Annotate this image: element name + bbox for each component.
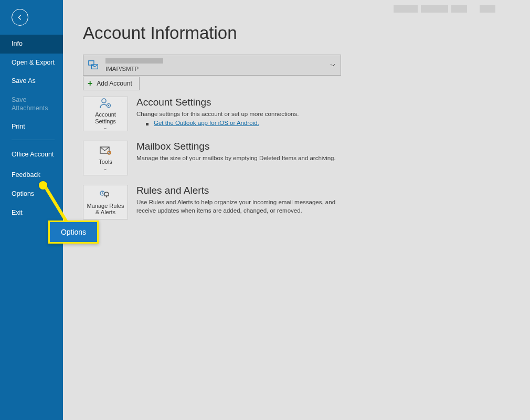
sidebar-item-info[interactable]: Info bbox=[0, 35, 63, 54]
sidebar-item-feedback[interactable]: Feedback bbox=[0, 166, 63, 185]
sidebar-item-options[interactable]: Options bbox=[0, 185, 63, 204]
sidebar-item-print[interactable]: Print bbox=[0, 118, 63, 136]
account-email-redacted bbox=[105, 58, 163, 64]
chevron-down-icon bbox=[330, 60, 335, 70]
section-title: Mailbox Settings bbox=[136, 141, 336, 152]
section-description: Change settings for this account or set … bbox=[136, 110, 299, 119]
tile-label: Manage Rules & Alerts bbox=[83, 203, 128, 215]
sidebar-divider bbox=[12, 140, 55, 140]
svg-point-9 bbox=[106, 196, 108, 198]
plus-icon: + bbox=[88, 79, 92, 88]
section-title: Rules and Alerts bbox=[136, 185, 352, 196]
account-type-label: IMAP/SMTP bbox=[105, 66, 163, 72]
outlook-app-link[interactable]: Get the Outlook app for iOS or Android. bbox=[154, 120, 259, 126]
sidebar-item-save-attachments: Save Attachments bbox=[0, 91, 63, 118]
section-title: Account Settings bbox=[136, 97, 299, 108]
back-button[interactable] bbox=[0, 0, 63, 35]
file-backstage-sidebar: Info Open & Export Save As Save Attachme… bbox=[0, 0, 63, 420]
mailbox-tools-icon bbox=[99, 145, 112, 156]
sidebar-item-exit[interactable]: Exit bbox=[0, 204, 63, 223]
tools-tile[interactable]: Tools ⌄ bbox=[83, 141, 128, 175]
add-account-button[interactable]: + Add Account bbox=[83, 77, 140, 90]
svg-point-5 bbox=[108, 105, 109, 106]
sidebar-item-office-account[interactable]: Office Account bbox=[0, 143, 63, 166]
bullet-icon bbox=[146, 123, 149, 125]
annotation-callout: Options bbox=[48, 220, 99, 244]
account-icon bbox=[87, 58, 100, 72]
manage-rules-alerts-tile[interactable]: Manage Rules & Alerts bbox=[83, 185, 128, 219]
add-account-label: Add Account bbox=[97, 80, 132, 87]
tile-label: Account Settings bbox=[83, 111, 128, 124]
section-description: Manage the size of your mailbox by empty… bbox=[136, 154, 336, 163]
svg-point-3 bbox=[102, 99, 106, 103]
chevron-down-icon: ⌄ bbox=[103, 125, 108, 130]
account-settings-tile[interactable]: Account Settings ⌄ bbox=[83, 97, 128, 131]
sidebar-item-open-export[interactable]: Open & Export bbox=[0, 54, 63, 72]
rules-alerts-icon bbox=[99, 189, 112, 201]
tile-label: Tools bbox=[97, 159, 114, 165]
window-controls-redacted bbox=[394, 5, 497, 13]
main-content: Account Information IMAP/SMTP + Add Acco… bbox=[63, 0, 530, 420]
section-description: Use Rules and Alerts to help organize yo… bbox=[136, 198, 352, 215]
user-gear-icon bbox=[99, 98, 112, 109]
annotation-marker-dot bbox=[39, 181, 47, 190]
page-title: Account Information bbox=[83, 23, 530, 43]
account-selector[interactable]: IMAP/SMTP bbox=[83, 55, 341, 76]
back-arrow-icon bbox=[12, 9, 28, 26]
chevron-down-icon: ⌄ bbox=[103, 166, 108, 171]
sidebar-item-save-as[interactable]: Save As bbox=[0, 72, 63, 91]
